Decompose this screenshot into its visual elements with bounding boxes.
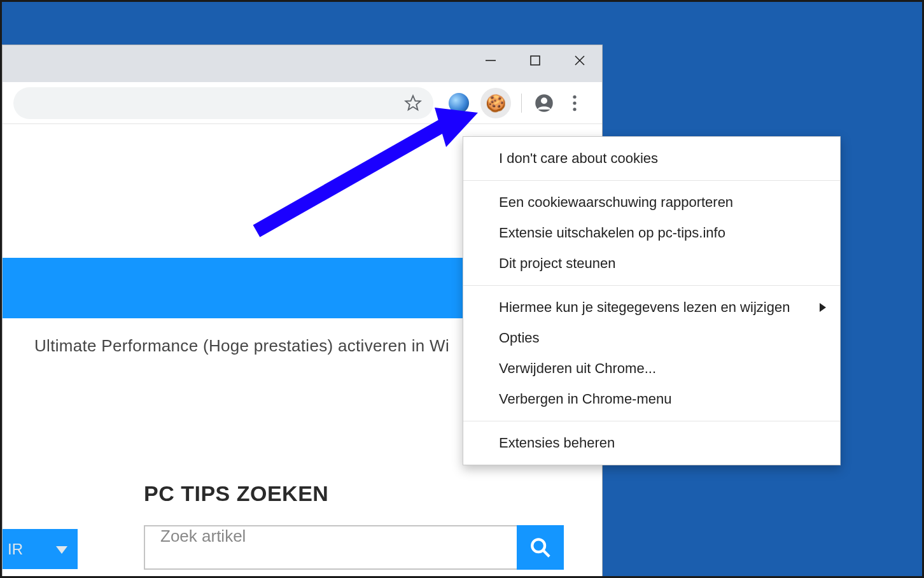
toolbar: 🍪 — [3, 82, 602, 124]
svg-point-8 — [573, 101, 576, 104]
menu-site-data[interactable]: Hiermee kun je sitegegevens lezen en wij… — [463, 292, 840, 323]
search-title: PC TIPS ZOEKEN — [144, 481, 564, 506]
menu-title: I don't care about cookies — [463, 143, 840, 174]
menu-options[interactable]: Opties — [463, 323, 840, 353]
close-button[interactable] — [557, 45, 602, 76]
svg-point-9 — [573, 108, 576, 111]
extension-globe-icon[interactable] — [444, 88, 474, 118]
menu-item-label: Hiermee kun je sitegegevens lezen en wij… — [499, 299, 790, 316]
svg-line-12 — [543, 550, 549, 556]
search-box: Zoek artikel — [144, 525, 564, 570]
svg-marker-4 — [405, 95, 420, 109]
svg-rect-1 — [531, 56, 540, 65]
svg-marker-15 — [820, 303, 826, 312]
menu-report-cookie[interactable]: Een cookiewaarschuwing rapporteren — [463, 187, 840, 218]
svg-point-7 — [573, 95, 576, 98]
globe-icon — [449, 93, 469, 113]
extension-cookie-icon[interactable]: 🍪 — [480, 88, 511, 118]
cookie-icon: 🍪 — [486, 95, 506, 111]
svg-point-6 — [541, 97, 547, 104]
menu-support-project[interactable]: Dit project steunen — [463, 248, 840, 279]
chrome-menu-button[interactable] — [563, 91, 587, 115]
minimize-button[interactable] — [468, 45, 513, 76]
dropdown-label: IR — [8, 540, 23, 558]
chevron-down-icon — [56, 540, 67, 558]
toolbar-divider — [521, 94, 522, 113]
submenu-arrow-icon — [820, 299, 826, 316]
menu-manage-extensions[interactable]: Extensies beheren — [463, 428, 840, 458]
menu-remove[interactable]: Verwijderen uit Chrome... — [463, 353, 840, 384]
svg-point-11 — [532, 539, 545, 552]
desktop-background: 🍪 Ultimate Performance (Hoge prestaties)… — [2, 2, 922, 576]
address-bar[interactable] — [13, 87, 433, 119]
svg-marker-10 — [56, 546, 67, 554]
category-dropdown[interactable]: IR — [3, 529, 78, 569]
menu-disable-extension[interactable]: Extensie uitschakelen op pc-tips.info — [463, 218, 840, 248]
bookmark-star-icon[interactable] — [404, 94, 422, 112]
search-section: PC TIPS ZOEKEN Zoek artikel — [144, 481, 564, 570]
search-input[interactable]: Zoek artikel — [144, 525, 517, 570]
extension-context-menu: I don't care about cookies Een cookiewaa… — [463, 136, 841, 465]
search-button[interactable] — [517, 525, 564, 570]
window-titlebar — [3, 45, 602, 82]
maximize-button[interactable] — [513, 45, 557, 76]
menu-hide[interactable]: Verbergen in Chrome-menu — [463, 384, 840, 414]
profile-button[interactable] — [532, 91, 556, 115]
